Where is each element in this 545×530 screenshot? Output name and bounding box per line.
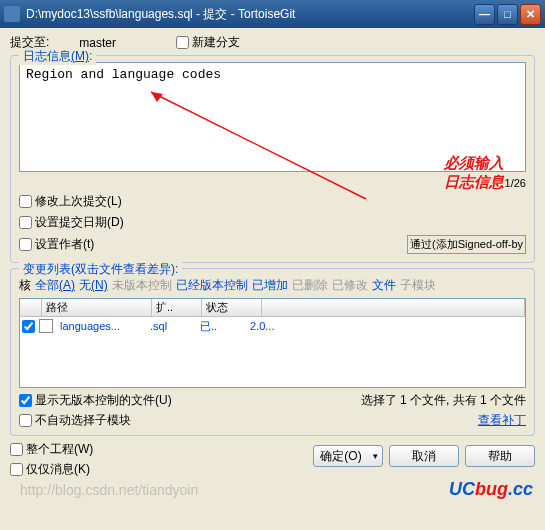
filter-unversioned[interactable]: 未版本控制 [112, 277, 172, 294]
cell-status: 已.. [196, 319, 246, 334]
set-date-checkbox[interactable]: 设置提交日期(D) [19, 214, 124, 231]
filter-submodules[interactable]: 子模块 [400, 277, 436, 294]
signoff-button[interactable]: 通过(添加Signed-off-by [407, 235, 526, 254]
cell-path: languages... [56, 320, 146, 332]
ok-button[interactable]: 确定(O) [313, 445, 383, 467]
filter-modified[interactable]: 已修改 [332, 277, 368, 294]
no-auto-submodule-checkbox[interactable]: 不自动选择子模块 [19, 412, 172, 429]
annotation-arrow-icon [141, 84, 371, 204]
whole-project-checkbox[interactable]: 整个工程(W) [10, 441, 93, 458]
new-branch-checkbox[interactable]: 新建分支 [176, 34, 240, 51]
msg-only-checkbox[interactable]: 仅仅消息(K) [10, 461, 93, 478]
cancel-button[interactable]: 取消 [389, 445, 459, 467]
ucbug-watermark: UCbug.cc [449, 479, 533, 500]
blog-watermark: http://blog.csdn.net/tiandyoin [20, 482, 198, 498]
filter-check[interactable]: 核 [19, 277, 31, 294]
titlebar: D:\mydoc13\ssfb\languages.sql - 提交 - Tor… [0, 0, 545, 28]
changes-group: 变更列表(双击文件查看差异): 核 全部(A) 无(N) 未版本控制 已经版本控… [10, 268, 535, 436]
table-header: 路径 扩.. 状态 [20, 299, 525, 317]
close-button[interactable]: ✕ [520, 4, 541, 25]
view-patch-link[interactable]: 查看补丁 [361, 412, 526, 429]
table-row[interactable]: languages... .sql 已.. 2.0... [20, 317, 525, 335]
col-status[interactable]: 状态 [202, 299, 262, 316]
cell-extra: 2.0... [246, 320, 306, 332]
filter-row: 核 全部(A) 无(N) 未版本控制 已经版本控制 已增加 已删除 已修改 文件… [19, 277, 526, 294]
col-path[interactable]: 路径 [42, 299, 152, 316]
file-checkbox[interactable] [22, 320, 35, 333]
file-list[interactable]: 路径 扩.. 状态 languages... .sql 已.. 2.0... [19, 298, 526, 388]
maximize-button[interactable]: □ [497, 4, 518, 25]
svg-line-0 [151, 92, 366, 199]
filter-none[interactable]: 无(N) [79, 277, 108, 294]
window-buttons: — □ ✕ [474, 4, 541, 25]
help-button[interactable]: 帮助 [465, 445, 535, 467]
cell-ext: .sql [146, 320, 196, 332]
app-icon [4, 6, 20, 22]
amend-checkbox[interactable]: 修改上次提交(L) [19, 193, 122, 210]
changes-group-title: 变更列表(双击文件查看差异): [19, 261, 182, 278]
filter-files[interactable]: 文件 [372, 277, 396, 294]
selection-status: 选择了 1 个文件, 共有 1 个文件 [361, 392, 526, 409]
col-ext[interactable]: 扩.. [152, 299, 202, 316]
filter-added[interactable]: 已增加 [252, 277, 288, 294]
new-branch-input[interactable] [176, 36, 189, 49]
annotation-text: 必须输入 日志信息 [444, 154, 504, 192]
log-group-title: 日志信息(M): [19, 48, 96, 65]
filter-deleted[interactable]: 已删除 [292, 277, 328, 294]
filter-versioned[interactable]: 已经版本控制 [176, 277, 248, 294]
log-message-group: 日志信息(M): 必须输入 日志信息 1/26 修改上次提交(L) 设置提交日期… [10, 55, 535, 263]
new-branch-label: 新建分支 [192, 34, 240, 51]
show-unversioned-checkbox[interactable]: 显示无版本控制的文件(U) [19, 392, 172, 409]
window-title: D:\mydoc13\ssfb\languages.sql - 提交 - Tor… [26, 6, 474, 23]
set-author-checkbox[interactable]: 设置作者(t) [19, 236, 94, 253]
file-icon [39, 319, 53, 333]
filter-all[interactable]: 全部(A) [35, 277, 75, 294]
minimize-button[interactable]: — [474, 4, 495, 25]
